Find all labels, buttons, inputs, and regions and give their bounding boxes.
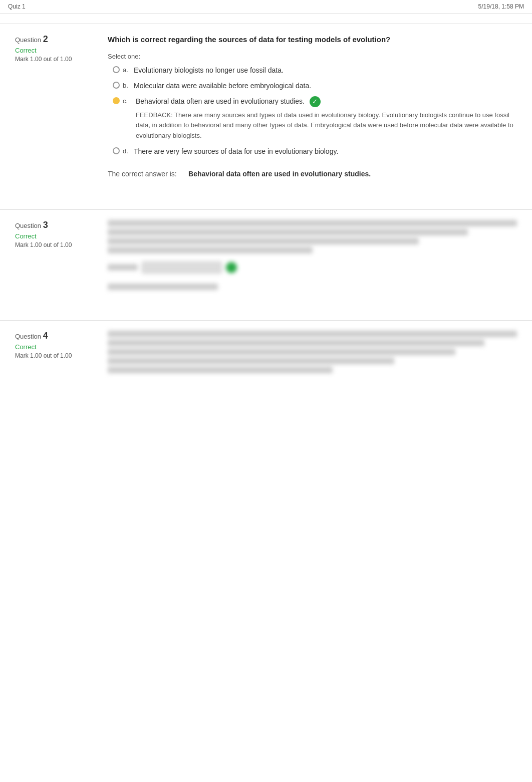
radio-a-2: [113, 66, 120, 73]
option-letter-c-2: c.: [123, 96, 134, 106]
question-word: Question: [15, 36, 43, 44]
option-c-2: c. Behavioral data often are used in evo…: [113, 96, 517, 141]
status-badge-4: Correct: [15, 343, 98, 351]
option-d-2: d. There are very few sources of data fo…: [113, 146, 517, 157]
datetime: 5/19/18, 1:58 PM: [478, 3, 524, 10]
question-block-2: Question 2 Correct Mark 1.00 out of 1.00…: [0, 24, 532, 189]
question-label-2: Question 2: [15, 34, 98, 45]
quiz-title: Quiz 1: [8, 3, 26, 10]
question-meta-2: Question 2 Correct Mark 1.00 out of 1.00: [15, 34, 108, 179]
question-number-2: 2: [43, 34, 48, 44]
correct-answer-label-2: The correct answer is:: [108, 170, 177, 178]
question-label-3: Question 3: [15, 220, 98, 230]
status-badge-3: Correct: [15, 232, 98, 240]
option-text-a-2: Evolutionary biologists no longer use fo…: [134, 65, 517, 76]
option-letter-b-2: b.: [123, 81, 134, 91]
question-body-2: Which is correct regarding the sources o…: [108, 34, 517, 179]
status-badge-2: Correct: [15, 47, 98, 54]
select-one-label-2: Select one:: [108, 53, 517, 60]
radio-c-2: [113, 97, 120, 104]
question-text-2: Which is correct regarding the sources o…: [108, 34, 517, 46]
top-bar: Quiz 1 5/19/18, 1:58 PM: [0, 0, 532, 14]
option-text-c-2: Behavioral data often are used in evolut…: [136, 97, 305, 105]
mark-label-3: Mark 1.00 out of 1.00: [15, 241, 98, 249]
radio-b-2: [113, 82, 120, 89]
feedback-c-2: FEEDBACK: There are many sources and typ…: [136, 110, 517, 141]
correct-answer-line-2: The correct answer is: Behavioral data o…: [108, 169, 517, 179]
option-a-2: a. Evolutionary biologists no longer use…: [113, 65, 517, 76]
question-meta-3: Question 3 Correct Mark 1.00 out of 1.00: [15, 220, 108, 290]
question-meta-4: Question 4 Correct Mark 1.00 out of 1.00: [15, 331, 108, 381]
question-number-4: 4: [43, 331, 48, 341]
option-text-b-2: Molecular data were available before emb…: [134, 81, 517, 91]
question-label-4: Question 4: [15, 331, 98, 341]
question-body-4: [108, 331, 517, 381]
question-block-3: Question 3 Correct Mark 1.00 out of 1.00: [0, 209, 532, 300]
question-number-3: 3: [43, 220, 48, 230]
blurred-question-4: [108, 331, 517, 373]
option-letter-a-2: a.: [123, 65, 134, 75]
option-letter-d-2: d.: [123, 146, 134, 156]
answer-options-2: a. Evolutionary biologists no longer use…: [108, 65, 517, 157]
question-body-3: [108, 220, 517, 290]
blurred-question-3: [108, 220, 517, 253]
option-b-2: b. Molecular data were available before …: [113, 81, 517, 91]
mark-label-4: Mark 1.00 out of 1.00: [15, 352, 98, 360]
correct-check-c-2: ✓: [310, 96, 321, 107]
radio-d-2: [113, 147, 120, 154]
blurred-correct-3: [108, 284, 517, 290]
question-word-4: Question: [15, 333, 43, 340]
mark-label-2: Mark 1.00 out of 1.00: [15, 55, 98, 64]
page-content: Question 2 Correct Mark 1.00 out of 1.00…: [0, 14, 532, 421]
correct-answer-text-2: Behavioral data often are used in evolut…: [188, 170, 371, 178]
blurred-select-3: [108, 262, 517, 274]
question-word-3: Question: [15, 222, 43, 229]
option-text-d-2: There are very few sources of data for u…: [134, 146, 517, 157]
question-block-4: Question 4 Correct Mark 1.00 out of 1.00: [0, 320, 532, 391]
